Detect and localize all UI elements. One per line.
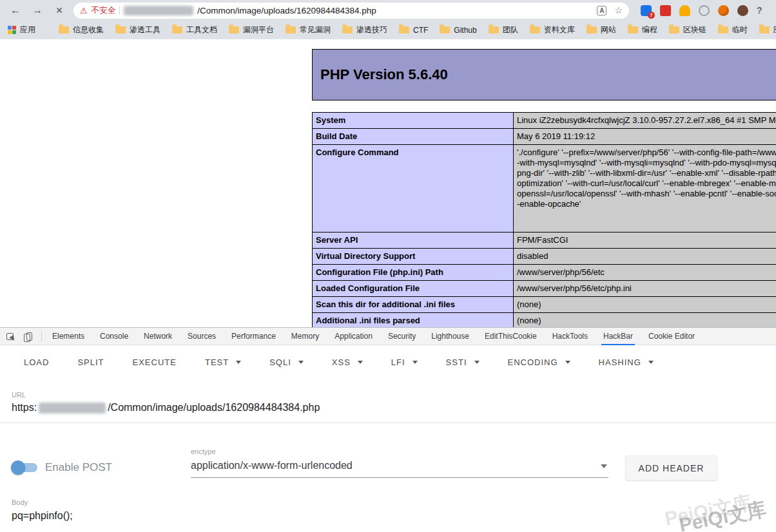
devtools-tabbar: Elements Console Network Sources Perform…	[0, 327, 776, 345]
dropdown-caret-icon	[601, 464, 607, 468]
devtools-divider	[41, 331, 42, 341]
load-button[interactable]: LOAD	[24, 357, 49, 367]
bookmark-folder-2[interactable]: 工具文档	[172, 24, 217, 35]
body-field[interactable]: pq=phpinfo();	[12, 510, 73, 522]
bookmark-label: 常见漏洞	[300, 24, 331, 35]
apps-shortcut[interactable]: 应用	[8, 24, 35, 35]
phpinfo-header: PHP Version 5.6.40	[312, 49, 776, 100]
folder-icon	[172, 26, 182, 33]
key-extension-icon[interactable]	[679, 5, 690, 16]
url-field-label: URL	[12, 391, 26, 399]
ring-extension-icon[interactable]	[699, 5, 710, 16]
url-field[interactable]: https: /Common/image/uploads/16209844843…	[12, 402, 320, 413]
folder-icon	[530, 26, 540, 33]
folder-icon	[628, 26, 638, 33]
bookmark-folder-10[interactable]: 网站	[587, 24, 616, 35]
bookmark-label: 应	[773, 24, 776, 35]
folder-icon	[399, 26, 409, 33]
row-label: Configure Command	[313, 145, 514, 233]
bookmark-folder-3[interactable]: 漏洞平台	[229, 24, 274, 35]
devtools-tab-console[interactable]: Console	[92, 328, 136, 345]
bookmark-star-icon[interactable]: ☆	[614, 5, 623, 15]
hackbar-panel: LOAD SPLIT EXECUTE TEST SQLI XSS LFI SST…	[0, 346, 776, 532]
bookmark-folder-9[interactable]: 资料文库	[530, 24, 575, 35]
forward-button[interactable]: →	[30, 3, 45, 18]
split-button[interactable]: SPLIT	[77, 357, 104, 367]
ssti-menu-button[interactable]: SSTI	[446, 357, 480, 367]
hashing-menu-button[interactable]: HASHING	[599, 357, 654, 367]
sqli-label: SQLI	[269, 357, 291, 367]
redacted-domain	[124, 6, 193, 15]
bookmark-folder-8[interactable]: 团队	[489, 24, 518, 35]
enctype-select[interactable]: application/x-www-form-urlencoded	[191, 460, 608, 478]
devtools-tab-hackbar[interactable]: HackBar	[596, 328, 641, 345]
bookmark-folder-4[interactable]: 常见漏洞	[286, 24, 331, 35]
devtools-tab-memory[interactable]: Memory	[284, 328, 327, 345]
php-version-title: PHP Version 5.6.40	[320, 66, 776, 83]
table-row: Additional .ini files parsed(none)	[313, 313, 776, 328]
extension-red-icon[interactable]	[660, 5, 671, 16]
bookmark-label: 区块链	[683, 24, 706, 35]
row-value: /www/server/php/56/etc/php.ini	[514, 281, 776, 297]
encoding-label: ENCODING	[508, 357, 558, 367]
test-menu-button[interactable]: TEST	[205, 357, 241, 367]
devtools-tab-sources[interactable]: Sources	[180, 328, 224, 345]
bookmark-folder-7[interactable]: Github	[440, 26, 476, 35]
caret-down-icon	[412, 361, 418, 364]
devtools-tab-application[interactable]: Application	[327, 328, 380, 345]
extension-blue-icon[interactable]: 7	[641, 5, 652, 16]
add-header-button[interactable]: ADD HEADER	[625, 455, 717, 480]
insecure-warning-icon[interactable]: ⚠	[80, 6, 88, 15]
folder-icon	[440, 26, 450, 33]
help-icon[interactable]: ?	[757, 5, 762, 15]
devtools-tab-network[interactable]: Network	[136, 328, 180, 345]
devtools-tab-hacktools[interactable]: HackTools	[545, 328, 596, 345]
folder-icon	[759, 26, 770, 33]
cookie-extension-icon[interactable]	[718, 5, 729, 16]
bookmark-folder-12[interactable]: 区块链	[669, 24, 706, 35]
bookmark-folder-5[interactable]: 渗透技巧	[342, 24, 387, 35]
devtools-tab-security[interactable]: Security	[380, 328, 423, 345]
bookmark-label: CTF	[413, 26, 428, 35]
bookmark-folder-11[interactable]: 编程	[628, 24, 657, 35]
apps-grid-icon	[8, 26, 16, 34]
device-toolbar-button[interactable]	[19, 328, 39, 345]
enctype-label: enctype	[191, 448, 608, 455]
row-label: Loaded Configuration File	[313, 281, 514, 297]
row-label: Configuration File (php.ini) Path	[313, 265, 514, 281]
dark-extension-icon[interactable]	[737, 5, 748, 16]
bookmark-folder-0[interactable]: 信息收集	[59, 24, 104, 35]
bookmark-label: 信息收集	[73, 24, 104, 35]
nav-buttons: ← → ×	[0, 3, 73, 18]
bookmark-label: 工具文档	[186, 24, 217, 35]
url-path-text: /Common/image/uploads/1620984484384.php	[197, 6, 593, 15]
bookmark-folder-1[interactable]: 渗透工具	[115, 24, 160, 35]
bookmark-label: 漏洞平台	[243, 24, 274, 35]
row-label: Server API	[313, 233, 514, 249]
encoding-menu-button[interactable]: ENCODING	[508, 357, 570, 367]
phpinfo-output: PHP Version 5.6.40 SystemLinux iZ2zebusy…	[312, 49, 776, 327]
lfi-menu-button[interactable]: LFI	[391, 357, 418, 367]
browser-toolbar: ← → × ⚠ 不安全 /Common/image/uploads/162098…	[0, 0, 776, 21]
address-bar[interactable]: ⚠ 不安全 /Common/image/uploads/162098448438…	[73, 3, 629, 19]
devtools-tab-editthiscookie[interactable]: EditThisCookie	[477, 328, 545, 345]
execute-button[interactable]: EXECUTE	[133, 357, 177, 367]
bookmark-folder-14[interactable]: 应	[759, 24, 776, 35]
devtools-tab-cookie-editor[interactable]: Cookie Editor	[641, 328, 703, 345]
devtools-tab-performance[interactable]: Performance	[224, 328, 284, 345]
sqli-menu-button[interactable]: SQLI	[269, 357, 304, 367]
devtools-tab-elements[interactable]: Elements	[44, 328, 92, 345]
xss-menu-button[interactable]: XSS	[332, 357, 363, 367]
enable-post-toggle[interactable]	[11, 461, 39, 475]
bookmark-folder-6[interactable]: CTF	[399, 26, 428, 35]
bookmark-label: 团队	[503, 24, 518, 35]
browser-window: ← → × ⚠ 不安全 /Common/image/uploads/162098…	[0, 0, 776, 532]
stop-button[interactable]: ×	[52, 3, 67, 18]
table-row: Server APIFPM/FastCGI	[313, 233, 776, 249]
bookmark-folder-13[interactable]: 临时	[718, 24, 748, 35]
back-button[interactable]: ←	[8, 3, 23, 18]
folder-icon	[489, 26, 499, 33]
inspect-element-button[interactable]	[0, 328, 19, 345]
devtools-tab-lighthouse[interactable]: Lighthouse	[423, 328, 477, 345]
translate-icon[interactable]: A	[597, 6, 606, 15]
